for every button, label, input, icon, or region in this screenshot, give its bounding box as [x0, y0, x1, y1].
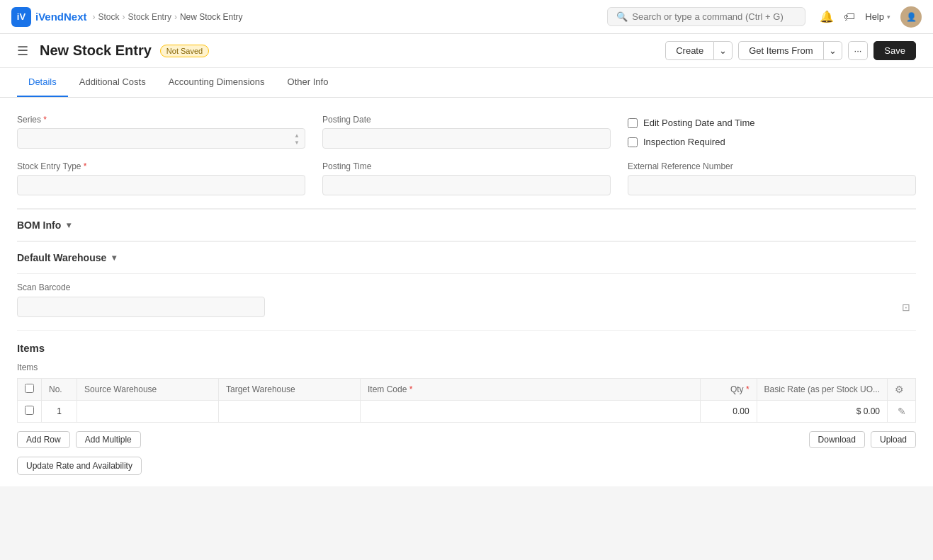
posting-time-field: Posting Time 00:27:40 — [322, 161, 611, 195]
update-rate-button[interactable]: Update Rate and Availability — [17, 457, 142, 475]
breadcrumb-stock-entry[interactable]: Stock Entry — [128, 12, 171, 22]
default-warehouse-section-header[interactable]: Default Warehouse ▾ — [17, 241, 916, 273]
col-header-qty: Qty * — [700, 379, 757, 401]
row-1-no: 1 — [42, 401, 77, 423]
posting-date-label: Posting Date — [322, 115, 611, 125]
col-header-basic-rate: Basic Rate (as per Stock UO... — [757, 379, 887, 401]
series-required-star: * — [41, 115, 47, 125]
tab-other-info[interactable]: Other Info — [276, 68, 340, 97]
stock-entry-type-label: Stock Entry Type * — [17, 161, 305, 171]
row-1-target-warehouse[interactable] — [219, 401, 361, 423]
items-section-title: Items — [17, 342, 916, 354]
scan-barcode-section: Scan Barcode ⊡ — [17, 274, 916, 330]
logo-icon: iV — [11, 7, 31, 27]
tag-icon[interactable]: 🏷 — [844, 11, 855, 23]
row-1-item-code[interactable] — [361, 401, 701, 423]
items-section: Items Items No. Source Warehouse Target … — [17, 331, 916, 486]
avatar[interactable]: 👤 — [900, 6, 922, 28]
col-header-check — [18, 379, 42, 401]
add-multiple-button[interactable]: Add Multiple — [76, 431, 141, 448]
inspection-required-label[interactable]: Inspection Required — [643, 137, 725, 147]
help-button[interactable]: Help ▾ — [865, 11, 890, 22]
series-arrows: ▲ ▼ — [294, 132, 300, 145]
table-actions: Add Row Add Multiple Download Upload — [17, 423, 916, 457]
edit-posting-checkbox[interactable] — [628, 118, 638, 128]
posting-date-input[interactable]: 09/16/2024 — [322, 128, 611, 149]
items-table-header-row: No. Source Warehouse Target Warehouse It… — [18, 379, 916, 401]
table-actions-right: Download Upload — [809, 431, 916, 448]
upload-button[interactable]: Upload — [871, 431, 916, 448]
form-row-2: Stock Entry Type * Repack Posting Time 0… — [17, 161, 916, 195]
external-ref-field: External Reference Number — [628, 161, 916, 195]
notification-icon[interactable]: 🔔 — [820, 10, 834, 23]
get-items-button[interactable]: Get Items From — [738, 41, 822, 60]
table-row: 1 0.00 $ 0.00 — [18, 401, 916, 423]
row-1-check — [18, 401, 42, 423]
col-header-target-warehouse: Target Warehouse — [219, 379, 361, 401]
series-field: Series * MAT-STE-.YYYY.- ▲ ▼ — [17, 115, 305, 149]
app-logo[interactable]: iV iVendNext — [11, 7, 87, 27]
bom-info-section-header[interactable]: BOM Info ▾ — [17, 209, 916, 241]
series-input[interactable]: MAT-STE-.YYYY.- — [17, 128, 305, 149]
external-ref-label: External Reference Number — [628, 161, 916, 171]
create-button-group: Create ⌄ — [665, 41, 733, 60]
breadcrumb-stock[interactable]: Stock — [98, 12, 120, 22]
top-navigation: iV iVendNext › Stock › Stock Entry › New… — [0, 0, 933, 34]
posting-time-input[interactable]: 00:27:40 — [322, 175, 611, 195]
download-button[interactable]: Download — [809, 431, 865, 448]
stock-entry-type-input[interactable]: Repack — [17, 175, 305, 195]
tab-bar: Details Additional Costs Accounting Dime… — [0, 68, 933, 98]
sidebar-toggle-icon[interactable]: ☰ — [17, 43, 28, 59]
app-name: iVendNext — [35, 11, 87, 23]
create-dropdown-icon[interactable]: ⌄ — [713, 41, 733, 60]
page-title: New Stock Entry — [40, 42, 152, 59]
items-table: No. Source Warehouse Target Warehouse It… — [17, 378, 916, 423]
posting-date-field: Posting Date 09/16/2024 — [322, 115, 611, 149]
breadcrumb-sep3: › — [174, 12, 177, 22]
items-subtitle: Items — [17, 362, 916, 372]
default-warehouse-label: Default Warehouse — [17, 252, 106, 263]
breadcrumb-sep2: › — [123, 12, 125, 22]
bom-info-label: BOM Info — [17, 219, 61, 231]
form-row-1: Series * MAT-STE-.YYYY.- ▲ ▼ Posting Dat… — [17, 115, 916, 149]
right-col-options: Edit Posting Date and Time Inspection Re… — [628, 115, 916, 149]
items-table-body: 1 0.00 $ 0.00 — [18, 401, 916, 423]
create-button[interactable]: Create — [665, 41, 713, 60]
more-options-button[interactable]: ··· — [848, 41, 869, 60]
search-icon: 🔍 — [616, 11, 628, 22]
series-label: Series * — [17, 115, 305, 125]
page-header: ☰ New Stock Entry Not Saved Create ⌄ Get… — [0, 34, 933, 68]
add-row-button[interactable]: Add Row — [17, 431, 70, 448]
column-settings-button[interactable]: ⚙ — [895, 384, 904, 395]
bom-info-chevron-icon: ▾ — [67, 220, 71, 230]
scan-input-wrapper: ⊡ — [17, 297, 916, 317]
tab-additional-costs[interactable]: Additional Costs — [68, 68, 157, 97]
row-1-edit: ✎ — [888, 401, 916, 423]
tab-accounting-dimensions[interactable]: Accounting Dimensions — [157, 68, 276, 97]
tab-details[interactable]: Details — [17, 68, 68, 97]
get-items-dropdown-icon[interactable]: ⌄ — [823, 41, 842, 60]
external-ref-input[interactable] — [628, 175, 916, 195]
edit-posting-label[interactable]: Edit Posting Date and Time — [643, 118, 755, 128]
row-1-source-warehouse[interactable] — [77, 401, 219, 423]
row-1-checkbox[interactable] — [25, 406, 34, 415]
posting-time-label: Posting Time — [322, 161, 611, 171]
save-button[interactable]: Save — [873, 41, 916, 60]
scan-barcode-label: Scan Barcode — [17, 282, 916, 292]
header-actions: Create ⌄ Get Items From ⌄ ··· Save — [665, 41, 916, 60]
scan-barcode-input[interactable] — [17, 297, 265, 317]
main-content: Series * MAT-STE-.YYYY.- ▲ ▼ Posting Dat… — [0, 98, 933, 486]
row-1-basic-rate[interactable]: $ 0.00 — [757, 401, 887, 423]
select-all-checkbox[interactable] — [25, 384, 34, 393]
search-bar: 🔍 — [607, 7, 805, 26]
row-1-qty[interactable]: 0.00 — [700, 401, 757, 423]
col-header-source-warehouse: Source Warehouse — [77, 379, 219, 401]
col-header-no: No. — [42, 379, 77, 401]
inspection-required-checkbox[interactable] — [628, 137, 638, 147]
breadcrumb-sep: › — [93, 12, 96, 22]
row-1-edit-button[interactable]: ✎ — [898, 406, 906, 417]
search-input[interactable] — [632, 11, 796, 22]
status-badge: Not Saved — [160, 45, 209, 57]
items-table-header: No. Source Warehouse Target Warehouse It… — [18, 379, 916, 401]
default-warehouse-chevron-icon: ▾ — [112, 253, 116, 263]
